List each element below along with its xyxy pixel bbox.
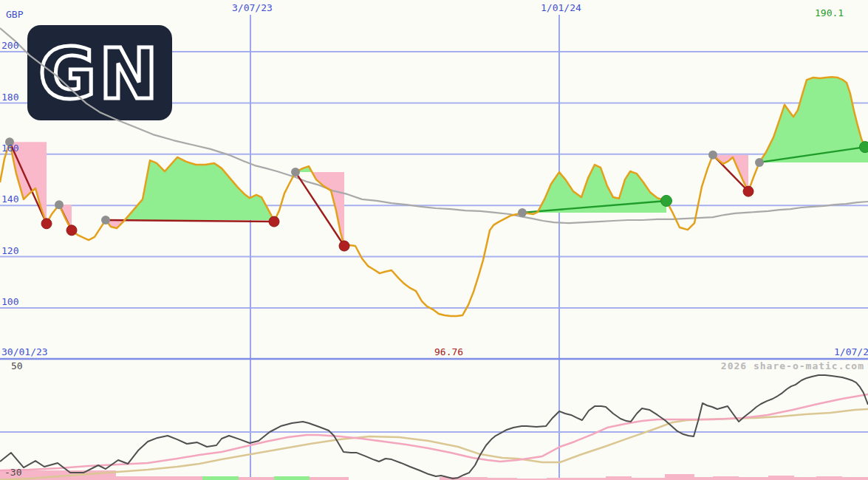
y-axis-label-140: 140 — [1, 194, 18, 205]
y-axis-label-160: 160 — [1, 143, 18, 154]
oscillator-upper-level-label: 50 — [11, 361, 23, 371]
price-chart-canvas: GN — [0, 0, 868, 480]
oscillator-lower-level-label: -30 — [4, 467, 21, 478]
logo-letters: GN — [38, 33, 160, 114]
y-axis-label-120: 120 — [1, 246, 18, 256]
oscillator-pane — [0, 375, 868, 480]
top-date-label-1: 3/07/23 — [232, 3, 273, 13]
bottom-date-end-label: 1/07/24 — [834, 347, 868, 357]
currency-label: GBP — [6, 10, 23, 20]
y-axis-label-180: 180 — [1, 92, 18, 103]
share-chart-page: GN GBP 3/07/23 1/01/24 190.1 200 180 160… — [0, 0, 868, 480]
y-axis-label-200: 200 — [1, 41, 18, 51]
recent-high-label: 190.1 — [815, 8, 844, 18]
y-axis-label-100: 100 — [1, 297, 18, 307]
company-logo: GN — [27, 25, 172, 120]
low-value-label: 96.76 — [434, 347, 463, 357]
bottom-date-start-label: 30/01/23 — [1, 347, 48, 357]
watermark: 2026 share-o-matic.com — [721, 361, 864, 371]
top-date-label-2: 1/01/24 — [541, 3, 581, 13]
